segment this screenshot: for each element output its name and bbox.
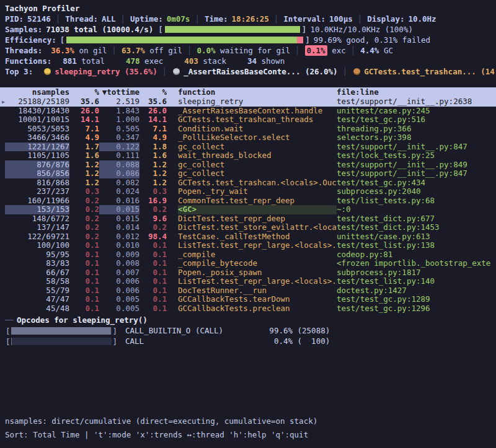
table-row[interactable]: 58/580.10.0060.1ListTest.test_repr_large… [0,277,496,286]
table-row[interactable]: 66/670.10.0070.1Popen._posix_spawnsubpro… [0,268,496,278]
cell-cum-pct: 35.6 [140,97,167,107]
cell-nsamples: 856/856 [5,169,69,178]
silver-medal-icon [173,68,180,75]
cell-nsamples: 47/47 [5,295,69,304]
table-row[interactable]: 55/790.10.0060.1DocTestRunner.__rundocte… [0,286,496,296]
cell-spacer [167,286,178,296]
efficiency-label: Efficiency: [5,35,56,45]
opcode-pct: 99.6% [260,325,293,336]
cell-function: GCTests.test_trashcan_threads [178,115,337,125]
table-row[interactable]: 5053/50537.10.5057.1Condition.waitthread… [0,125,496,134]
table-row[interactable]: 45/480.10.0050.1GCCallbackTests.preclean… [0,304,496,314]
column-header-tottime[interactable]: ▼tottime [99,87,140,97]
column-header-file-line[interactable]: file:line [337,87,491,97]
cell-pct: 0.1 [69,277,99,286]
cell-pct: 7.1 [69,125,99,134]
table-row[interactable]: 25188/2518935.62.51935.6sleeping_retryte… [0,97,496,107]
top3-entry: sleeping_retry (35.6%) [55,66,157,77]
cell-file-line: test/list_tests.py:68 [337,196,491,206]
table-row[interactable]: 18430/1843026.01.84326.0_AssertRaisesBas… [0,107,496,116]
cell-pct: 26.0 [69,107,99,116]
status-label: Time: [205,14,228,24]
cell-cum-pct: 0.1 [140,259,167,268]
cell-cum-pct: 0.1 [140,286,167,296]
cell-function: GCCallbackTests.preclean [178,304,337,314]
cell-cum-pct: 0.1 [140,295,167,304]
column-header-function[interactable]: function [178,87,337,97]
thread-stat-value: 36.3% [51,45,74,56]
cell-pct: 1.2 [69,178,99,188]
table-row[interactable]: 137/1470.20.0140.2DictTest.test_store_ev… [0,223,496,232]
cell-file-line: test/lock_tests.py:25 [337,151,491,160]
cell-cum-pct: 1.2 [140,178,167,188]
cell-pct: 1.2 [69,160,99,170]
cell-pct: 0.2 [69,214,99,224]
cell-cum-pct: 7.1 [140,125,167,134]
cell-tottime: 2.519 [99,97,140,107]
profiler-terminal: Tachyon Profiler PID:52146│Thread:ALL│Up… [0,0,496,448]
cell-spacer [167,169,178,178]
cell-function: GCTests.test_trashcan.<locals>.Ouch... [178,178,337,188]
table-row[interactable]: 95/950.10.0090.1_compilecodeop.py:81 [0,250,496,260]
table-row[interactable]: 100/1000.10.0100.1ListTest.test_repr_lar… [0,241,496,250]
table-row[interactable]: 47/470.10.0050.1GCCallbackTests.tearDown… [0,295,496,304]
status-value: 52146 [27,14,51,24]
table-row[interactable]: 10001/1001514.11.00014.1GCTests.test_tra… [0,115,496,125]
cell-tottime: 0.006 [99,277,140,286]
cell-function: _compile [178,250,337,260]
cell-file-line: subprocess.py:1817 [337,268,491,278]
cell-spacer [167,268,178,278]
cell-nsamples: 83/83 [5,259,69,268]
cell-file-line: unittest/case.py:245 [337,107,491,116]
efficiency-bar-failed [297,37,304,43]
cell-file-line: test/test_gc.py:1289 [337,295,491,304]
cell-file-line: threading.py:366 [337,125,491,134]
cell-nsamples: 100/100 [5,241,69,250]
table-row[interactable]: 816/8681.20.0821.2GCTests.test_trashcan.… [0,178,496,188]
cell-file-line: test/test_gc.py:434 [337,178,491,188]
table-row[interactable]: 876/8761.20.0881.2gc_collecttest/support… [0,160,496,170]
cell-nsamples: 66/67 [5,268,69,278]
column-header-cum-pct[interactable]: % [140,87,167,97]
cell-cum-pct: 16.9 [140,196,167,206]
functions-label: Functions: [5,56,51,66]
cell-spacer [167,125,178,134]
cell-function: sleeping_retry [178,97,337,107]
cell-file-line: test/support/__init__.py:849 [337,160,491,170]
cell-tottime: 0.347 [99,133,140,143]
samples-value: 71038 total (10000.4/s) [46,24,153,35]
table-row[interactable]: 148/67720.20.0159.6DictTest.test_repr_de… [0,214,496,224]
table-row[interactable]: 160/119660.20.01616.9CommonTest.test_rep… [0,196,496,206]
cell-tottime: 0.122 [99,143,140,152]
cell-spacer [167,259,178,268]
cell-tottime: 0.016 [99,196,140,206]
cell-function: gc_collect [178,169,337,178]
column-header-nsamples[interactable]: nsamples [5,87,69,97]
cell-file-line: test/test_dict.py:1453 [337,223,491,232]
opcode-row: CALL0.4% ( 100) [5,336,491,346]
table-row[interactable]: 153/1530.20.0150.2<GC>~:0 [0,205,496,214]
table-row[interactable]: 1105/11051.60.1111.6wait_threads_blocked… [0,151,496,160]
samples-line: Samples: 71038 total (10000.4/s) 10.0KHz… [5,24,491,35]
separator: │ [346,45,361,56]
table-row[interactable]: 83/830.10.0080.1_compile_bytecode<frozen… [0,259,496,268]
threads-label: Threads: [5,45,42,56]
table-row[interactable]: 237/2370.30.0240.3Popen._try_waitsubproc… [0,187,496,196]
cell-spacer [167,223,178,232]
table-row[interactable]: 3466/34664.90.3474.9_PollLikeSelector.se… [0,133,496,143]
cell-spacer [167,196,178,206]
function-stat: 881 total [63,56,105,66]
function-stat: 403 stack [184,56,226,66]
cell-spacer [167,277,178,286]
column-header-pct[interactable]: % [69,87,99,97]
footer-keybindings: Sort: Total Time | 't':mode 'x':trends ↔… [5,428,491,442]
cell-pct: 35.6 [69,97,99,107]
cell-pct: 0.2 [69,232,99,242]
table-row[interactable]: 856/8561.20.0861.2gc_collecttest/support… [0,169,496,178]
table-row[interactable]: 122/697210.20.01298.4TestCase._callTestM… [0,232,496,242]
table-row[interactable]: 1221/12671.70.1221.8gc_collecttest/suppo… [0,143,496,152]
cell-spacer [167,107,178,116]
cell-spacer [167,187,178,196]
cell-spacer [167,205,178,214]
separator: │ [107,45,122,56]
